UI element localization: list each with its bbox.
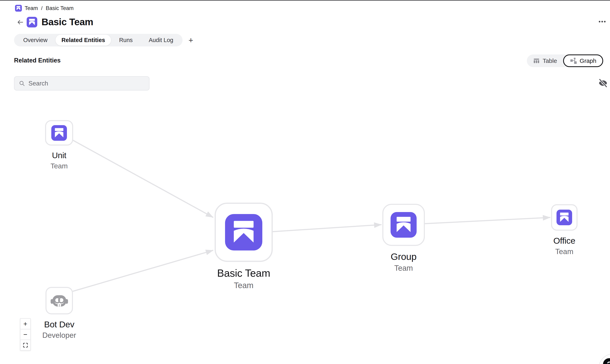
node-title: Group [391,251,416,262]
tab-bar: Overview Related Entities Runs Audit Log… [14,34,193,46]
team-logo-icon [15,5,22,12]
add-tab-button[interactable]: + [189,36,193,44]
tab-overview[interactable]: Overview [15,34,55,46]
graph-zoom-controls: + − [20,318,31,351]
hide-labels-eye-off-icon[interactable] [598,78,608,88]
graph-node-office[interactable]: Office Team [551,204,578,256]
graph-icon [570,57,577,65]
graph-node-bot-dev[interactable]: Bot Dev Developer [45,287,73,339]
node-title: Basic Team [217,267,270,279]
breadcrumb-separator: / [41,5,42,12]
graph-node-unit[interactable]: Unit Team [45,120,73,170]
node-title: Office [553,236,575,246]
breadcrumb: Team / Basic Team [15,5,74,12]
edge-basic-group [272,225,381,232]
tab-runs[interactable]: Runs [111,34,141,46]
node-subtitle: Team [555,247,573,256]
search-input[interactable] [28,80,145,87]
node-subtitle: Developer [42,331,76,339]
back-button[interactable] [16,18,25,26]
breadcrumb-root[interactable]: Team [25,5,38,12]
tab-audit-log[interactable]: Audit Log [141,34,181,46]
zoom-in-button[interactable]: + [20,318,31,329]
entity-logo-icon [27,17,37,27]
node-title: Bot Dev [44,320,74,329]
fit-view-icon [23,343,28,348]
view-toggle: Table Graph [527,54,603,67]
section-heading: Related Entities [14,57,61,64]
table-view-button[interactable]: Table [527,54,563,67]
more-options-button[interactable] [599,21,606,22]
team-logo-icon [51,125,67,141]
team-logo-icon [225,214,262,250]
breadcrumb-current[interactable]: Basic Team [46,5,74,12]
table-icon [533,57,540,65]
search-icon [19,80,25,87]
team-logo-icon [556,210,572,225]
node-title: Unit [52,151,66,160]
tab-related-entities[interactable]: Related Entities [55,35,111,46]
edge-group-office [425,217,550,224]
search-box [14,76,149,91]
graph-node-group[interactable]: Group Team [382,204,425,273]
graph-node-basic-team[interactable]: Basic Team Team [215,203,273,290]
node-subtitle: Team [51,162,68,170]
graph-edges [0,0,610,364]
graph-view-button[interactable]: Graph [563,54,603,67]
node-subtitle: Team [394,264,413,273]
team-logo-icon [391,212,417,238]
node-subtitle: Team [234,281,254,290]
edge-botdev-basic [73,250,213,291]
page-title: Basic Team [41,16,93,27]
robot-icon [51,292,68,310]
window-edge-strip [0,0,610,0]
fit-view-button[interactable] [20,339,31,351]
zoom-out-button[interactable]: − [20,329,31,340]
arrow-left-icon [17,19,24,26]
edge-unit-basic [73,140,213,217]
